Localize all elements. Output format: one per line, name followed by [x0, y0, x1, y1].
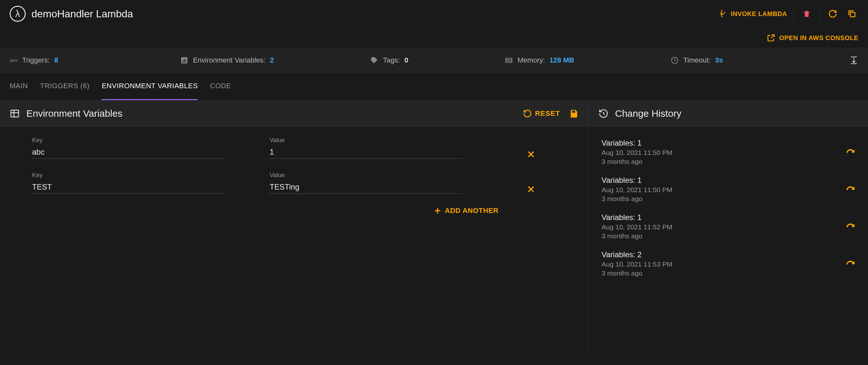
svg-rect-2 — [183, 60, 183, 63]
history-item-ago: 3 months ago — [601, 269, 673, 277]
tabs: MAIN TRIGGERS (6) ENVIRONMENT VARIABLES … — [0, 73, 868, 100]
envvars-label: Environment Variables: — [193, 56, 266, 64]
history-item-date: Aug 10, 2021 11:50 PM — [601, 186, 673, 194]
history-item-ago: 3 months ago — [601, 158, 673, 166]
envvars-value: 2 — [270, 56, 274, 64]
expand-vertical-icon — [849, 56, 858, 65]
tags-value: 0 — [404, 56, 408, 64]
triggers-value: 8 — [54, 56, 58, 64]
plus-icon — [433, 206, 442, 215]
tag-icon — [370, 56, 378, 64]
svg-rect-5 — [505, 58, 512, 63]
stat-memory: Memory: 128 MB — [505, 56, 574, 64]
svg-rect-3 — [184, 59, 185, 63]
stat-timeout: Timeout: 3s — [671, 56, 723, 64]
svg-rect-12 — [11, 110, 19, 117]
history-icon — [598, 108, 609, 119]
history-item-title: Variables: 2 — [601, 250, 673, 259]
redo-icon — [845, 147, 855, 157]
env-key-input[interactable] — [32, 145, 225, 159]
clock-icon — [671, 56, 679, 64]
history-panel-header: Change History — [589, 100, 868, 127]
stat-envvars: Environment Variables: 2 — [180, 56, 274, 64]
value-label: Value — [270, 137, 462, 144]
env-key-field: Key — [32, 172, 225, 194]
env-key-input[interactable] — [32, 180, 225, 194]
history-restore-button[interactable] — [845, 259, 855, 268]
divider — [794, 7, 794, 21]
key-label: Key — [32, 172, 225, 179]
reset-label: RESET — [535, 109, 560, 118]
header-bar: λ demoHandler Lambda INVOKE LAMBDA — [0, 0, 868, 28]
invoke-lambda-button[interactable]: INVOKE LAMBDA — [718, 9, 787, 18]
memory-value: 128 MB — [550, 56, 574, 64]
history-item-date: Aug 10, 2021 11:52 PM — [601, 223, 673, 231]
history-restore-button[interactable] — [845, 185, 855, 194]
invoke-label: INVOKE LAMBDA — [731, 10, 787, 18]
history-item-date: Aug 10, 2021 11:53 PM — [601, 260, 673, 268]
refresh-button[interactable] — [826, 7, 839, 20]
add-another-button[interactable]: ADD ANOTHER — [32, 206, 569, 215]
history-restore-button[interactable] — [845, 147, 855, 157]
open-aws-label: OPEN IN AWS CONSOLE — [779, 34, 858, 42]
timeout-label: Timeout: — [683, 56, 711, 64]
history-panel-title: Change History — [615, 108, 682, 119]
stat-triggers: aws Triggers: 8 — [10, 56, 58, 64]
refresh-icon — [828, 9, 837, 18]
history-item: Variables: 1 Aug 10, 2021 11:50 PM 3 mon… — [601, 133, 855, 171]
main-content: Environment Variables RESET Key Value — [0, 100, 868, 352]
stat-tags: Tags: 0 — [370, 56, 408, 64]
stats-bar: aws Triggers: 8 Environment Variables: 2… — [0, 48, 868, 73]
copy-icon — [847, 9, 857, 18]
tab-environment-variables[interactable]: ENVIRONMENT VARIABLES — [102, 73, 198, 100]
open-in-aws-button[interactable]: OPEN IN AWS CONSOLE — [767, 34, 858, 42]
trash-icon — [803, 10, 811, 18]
lambda-logo-icon: λ — [10, 6, 26, 22]
history-item-title: Variables: 1 — [601, 213, 673, 222]
tab-code[interactable]: CODE — [210, 73, 231, 100]
history-restore-button[interactable] — [845, 222, 855, 231]
history-item-title: Variables: 1 — [601, 139, 673, 147]
memory-label: Memory: — [518, 56, 545, 64]
env-body: Key Value Key Value ADD ANOTHER — [0, 127, 588, 225]
bar-chart-icon — [180, 56, 188, 64]
reset-icon — [523, 109, 532, 118]
svg-rect-0 — [850, 12, 855, 17]
env-value-field: Value — [270, 172, 462, 194]
env-var-pane: Environment Variables RESET Key Value — [0, 100, 589, 352]
history-item: Variables: 1 Aug 10, 2021 11:52 PM 3 mon… — [601, 208, 855, 245]
external-link-icon — [767, 34, 775, 42]
expand-button[interactable] — [849, 56, 858, 65]
history-item: Variables: 1 Aug 10, 2021 11:50 PM 3 mon… — [601, 171, 855, 208]
reset-button[interactable]: RESET — [523, 109, 560, 118]
invoke-icon — [718, 9, 727, 18]
copy-button[interactable] — [845, 7, 858, 20]
redo-icon — [845, 259, 855, 268]
add-another-label: ADD ANOTHER — [445, 206, 498, 215]
delete-row-button[interactable] — [526, 150, 535, 159]
close-icon — [526, 185, 535, 194]
env-value-input[interactable] — [270, 180, 462, 194]
history-item: Variables: 2 Aug 10, 2021 11:53 PM 3 mon… — [601, 245, 855, 282]
tab-triggers[interactable]: TRIGGERS (6) — [40, 73, 90, 100]
subheader: OPEN IN AWS CONSOLE — [0, 28, 868, 48]
triggers-label: Triggers: — [22, 56, 50, 64]
svg-rect-4 — [185, 60, 186, 63]
aws-icon: aws — [10, 58, 18, 63]
key-label: Key — [32, 137, 225, 144]
tab-main[interactable]: MAIN — [10, 73, 28, 100]
env-var-row: Key Value — [32, 172, 569, 194]
close-icon — [526, 150, 535, 159]
table-icon — [10, 108, 20, 119]
delete-button[interactable] — [800, 7, 813, 20]
save-button[interactable] — [569, 109, 579, 118]
redo-icon — [845, 222, 855, 231]
memory-icon — [505, 56, 513, 64]
delete-row-button[interactable] — [526, 185, 535, 194]
divider — [819, 7, 820, 21]
history-pane: Change History Variables: 1 Aug 10, 2021… — [589, 100, 868, 352]
page-title: demoHandler Lambda — [31, 8, 133, 20]
env-value-input[interactable] — [270, 145, 462, 159]
history-item-ago: 3 months ago — [601, 232, 673, 240]
redo-icon — [845, 185, 855, 194]
